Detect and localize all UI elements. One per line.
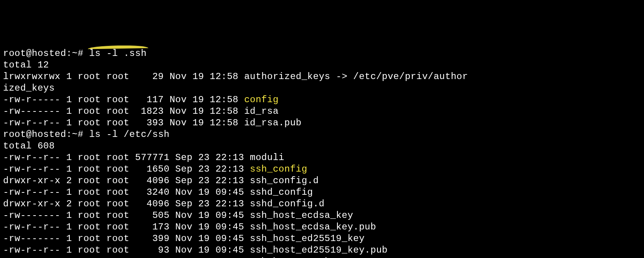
file-meta: -rw-r--r-- 1 root root 1650 Sep 23 22:13 — [3, 164, 250, 174]
file-meta: drwxr-xr-x 2 root root 4096 Sep 23 22:13 — [3, 199, 250, 209]
file-meta: -rw-r--r-- 1 root root 93 Nov 19 09:45 — [3, 245, 250, 255]
file-meta: lrwxrwxrwx 1 root root 29 Nov 19 12:58 — [3, 71, 244, 82]
file-meta: -rw------- 1 root root 399 Nov 19 09:45 — [3, 233, 250, 244]
file-name: ssh_host_ecdsa_key.pub — [250, 222, 376, 232]
prompt-line[interactable]: root@hosted:~# ls -l .ssh — [3, 48, 641, 59]
file-row: -rw------- 1 root root 399 Nov 19 09:45 … — [3, 233, 641, 245]
file-row: drwxr-xr-x 2 root root 4096 Sep 23 22:13… — [3, 198, 641, 210]
prompt-userhost: root@hosted — [3, 48, 66, 59]
file-row: -rw-r--r-- 1 root root 93 Nov 19 09:45 s… — [3, 245, 641, 256]
file-name: ssh_host_ed25519_key.pub — [250, 245, 388, 255]
file-meta: -rw-r--r-- 1 root root 393 Nov 19 12:58 — [3, 118, 244, 128]
file-row: -rw-r----- 1 root root 117 Nov 19 12:58 … — [3, 94, 641, 106]
file-row: -rw-r--r-- 1 root root 173 Nov 19 09:45 … — [3, 221, 641, 233]
file-meta: drwxr-xr-x 2 root root 4096 Sep 23 22:13 — [3, 175, 250, 186]
file-name: moduli — [250, 152, 284, 163]
file-meta: -rw-r--r-- 1 root root 577771 Sep 23 22:… — [3, 152, 250, 163]
file-meta: -rw-r--r-- 1 root root 3240 Nov 19 09:45 — [3, 187, 250, 197]
file-meta: -rw------- 1 root root 505 Nov 19 09:45 — [3, 210, 250, 221]
file-row: -rw-r--r-- 1 root root 393 Nov 19 12:58 … — [3, 117, 641, 129]
file-row: -rw-r--r-- 1 root root 1650 Sep 23 22:13… — [3, 164, 641, 175]
file-name: ssh_config.d — [250, 175, 319, 186]
file-name: sshd_config — [250, 187, 313, 197]
file-meta: -rw-r--r-- 1 root root 173 Nov 19 09:45 — [3, 222, 250, 232]
file-row: -rw------- 1 root root 2602 Nov 19 09:45… — [3, 256, 641, 258]
file-name: id_rsa — [244, 106, 278, 116]
file-meta: -rw------- 1 root root 1823 Nov 19 12:58 — [3, 106, 244, 116]
file-name: sshd_config.d — [250, 199, 325, 209]
file-meta: -rw-r----- 1 root root 117 Nov 19 12:58 — [3, 94, 244, 105]
file-name: ssh_config — [250, 164, 307, 174]
prompt-userhost: root@hosted — [3, 129, 66, 140]
highlight-marker: ls -l .ssh — [89, 48, 147, 59]
total-line: total 608 — [3, 140, 641, 152]
file-row: -rw------- 1 root root 505 Nov 19 09:45 … — [3, 210, 641, 221]
prompt-path: :~# — [66, 129, 89, 140]
file-row: -rw------- 1 root root 1823 Nov 19 12:58… — [3, 106, 641, 117]
file-name: config — [244, 94, 278, 105]
file-row: lrwxrwxrwx 1 root root 29 Nov 19 12:58 a… — [3, 71, 641, 83]
file-row: -rw-r--r-- 1 root root 3240 Nov 19 09:45… — [3, 187, 641, 198]
file-row: drwxr-xr-x 2 root root 4096 Sep 23 22:13… — [3, 175, 641, 187]
prompt-path: :~# — [66, 48, 89, 59]
command-text: ls -l .ssh — [89, 48, 147, 59]
file-row: -rw-r--r-- 1 root root 577771 Sep 23 22:… — [3, 152, 641, 164]
file-name: ssh_host_ecdsa_key — [250, 210, 353, 221]
prompt-line[interactable]: root@hosted:~# ls -l /etc/ssh — [3, 129, 641, 140]
file-name: authorized_keys -> /etc/pve/priv/author — [244, 71, 468, 82]
command-text: ls -l /etc/ssh — [89, 129, 170, 140]
terminal-output: root@hosted:~# ls -l .sshtotal 12lrwxrwx… — [3, 48, 641, 258]
total-line: total 12 — [3, 59, 641, 71]
file-meta: -rw------- 1 root root 2602 Nov 19 09:45 — [3, 256, 250, 258]
file-name: id_rsa.pub — [244, 118, 302, 128]
file-row-wrap: ized_keys — [3, 83, 641, 94]
file-name: ssh_host_ed25519_key — [250, 233, 365, 244]
file-name: ssh_host_rsa_key — [250, 256, 342, 258]
